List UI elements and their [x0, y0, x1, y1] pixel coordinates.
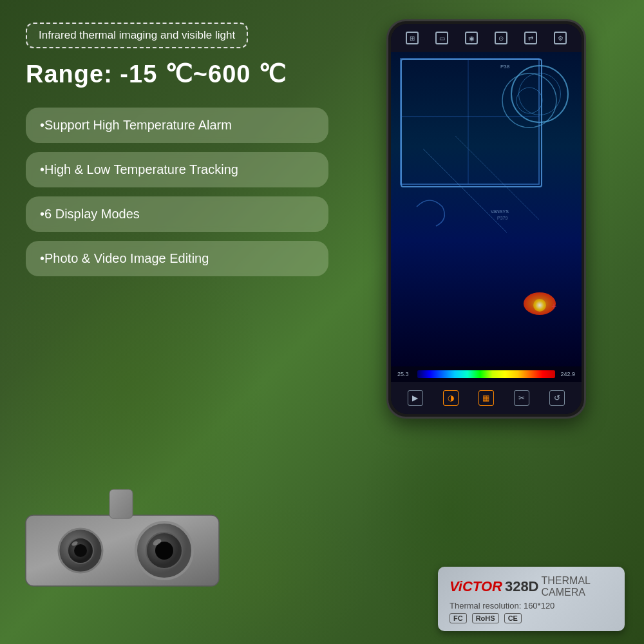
colorbar-left-temp: 25.3 — [397, 371, 413, 377]
bottom-icon-thermal[interactable]: ▦ — [478, 390, 494, 406]
phone-topbar: ⊞ ▭ ◉ ⊙ ⇄ ⚙ — [391, 24, 582, 52]
bottom-icon-refresh[interactable]: ↺ — [549, 390, 565, 406]
feature-item-2: •High & Low Temperature Tracking — [26, 152, 328, 187]
svg-rect-11 — [109, 489, 133, 518]
phone-body: ⊞ ▭ ◉ ⊙ ⇄ ⚙ — [386, 19, 586, 419]
victor-model: 328D — [505, 578, 539, 595]
svg-point-14 — [74, 544, 87, 557]
svg-text:P379: P379 — [497, 216, 507, 220]
svg-rect-0 — [401, 59, 539, 184]
victor-category: THERMAL CAMERA — [542, 575, 614, 598]
feature-text-3: •6 Display Modes — [40, 207, 140, 221]
bottom-icon-play[interactable]: ▶ — [408, 390, 423, 406]
victor-certs: FC RoHS CE — [450, 613, 613, 623]
thermal-wireframe: + — [391, 52, 582, 366]
svg-point-4 — [516, 88, 542, 113]
feature-item-1: •Support High Temperature Alarm — [26, 108, 328, 143]
svg-text:P38: P38 — [500, 64, 510, 70]
right-panel: ⊞ ▭ ◉ ⊙ ⇄ ⚙ — [341, 13, 631, 631]
colorbar-container: 25.3 242.9 — [391, 366, 582, 382]
feature-item-3: •6 Display Modes — [26, 196, 328, 232]
colorbar-right-temp: 242.9 — [559, 371, 575, 377]
range-text: Range: -15 ℃~600 ℃ — [26, 60, 328, 88]
feature-text-1: •Support High Temperature Alarm — [40, 118, 232, 132]
topbar-icon-settings: ⚙ — [554, 32, 567, 44]
topbar-icon-display: ▭ — [435, 32, 448, 44]
feature-item-4: •Photo & Video Image Editing — [26, 241, 328, 276]
victor-resolution-value: 160*120 — [524, 601, 554, 611]
phone-screen: ⊞ ▭ ◉ ⊙ ⇄ ⚙ — [391, 24, 582, 414]
svg-point-3 — [502, 73, 556, 128]
thermal-image: + — [391, 52, 582, 366]
thermal-svg: P38 VANSYS P379 — [391, 52, 582, 366]
cert-rohs: RoHS — [472, 613, 499, 623]
cert-ce: CE — [504, 613, 522, 623]
feature-text-2: •High & Low Temperature Tracking — [40, 162, 238, 176]
feature-text-4: •Photo & Video Image Editing — [40, 251, 209, 265]
colorbar — [417, 370, 555, 378]
victor-label-box: ViCTOR 328D THERMAL CAMERA Thermal resol… — [438, 567, 625, 631]
cert-fc: FC — [450, 613, 467, 623]
svg-line-5 — [423, 149, 507, 232]
title-badge-text: Infrared thermal imaging and visible lig… — [39, 29, 235, 41]
victor-resolution-label: Thermal resolution: — [450, 601, 521, 611]
phone-bottombar: ▶ ◑ ▦ ✂ ↺ — [391, 382, 582, 414]
svg-text:VANSYS: VANSYS — [491, 209, 509, 214]
victor-title-row: ViCTOR 328D THERMAL CAMERA — [450, 575, 613, 598]
topbar-icon-search: ⊙ — [495, 32, 507, 44]
camera-device-container — [13, 464, 283, 605]
title-badge: Infrared thermal imaging and visible lig… — [26, 23, 248, 48]
feature-list: •Support High Temperature Alarm •High & … — [26, 108, 328, 276]
topbar-icon-transfer: ⇄ — [524, 32, 537, 44]
topbar-icon-grid: ⊞ — [406, 32, 419, 44]
topbar-icon-camera: ◉ — [465, 32, 478, 44]
bottom-icon-tools[interactable]: ✂ — [514, 390, 529, 406]
phone-container: ⊞ ▭ ◉ ⊙ ⇄ ⚙ — [386, 19, 586, 412]
bottom-icon-palette[interactable]: ◑ — [443, 390, 459, 406]
camera-device-svg — [13, 464, 283, 605]
victor-brand: ViCTOR — [450, 578, 502, 595]
victor-resolution: Thermal resolution: 160*120 — [450, 601, 613, 611]
